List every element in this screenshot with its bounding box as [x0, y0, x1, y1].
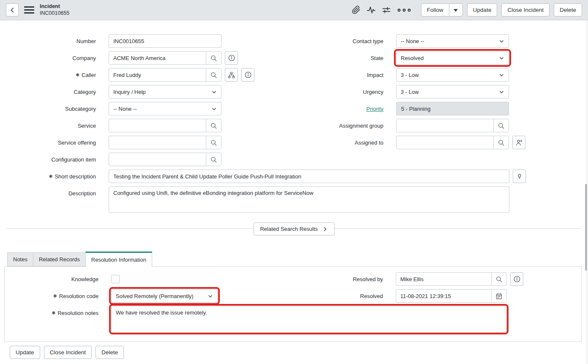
form-footer-buttons: Update Close Incident Delete — [10, 346, 588, 359]
chevron-down-icon — [499, 72, 504, 78]
attachment-button[interactable] — [349, 4, 364, 16]
configuration-item-lookup-button[interactable] — [206, 153, 221, 166]
resolved-by-lookup-button[interactable] — [491, 273, 506, 285]
short-description-row: ✱Short description — [0, 170, 588, 183]
assignment-group-input[interactable] — [397, 119, 493, 132]
assigned-to-label: Assigned to — [294, 140, 383, 146]
tab-resolution-information[interactable]: Resolution Information — [85, 252, 152, 267]
more-options-button[interactable] — [394, 5, 414, 15]
chevron-left-icon — [9, 7, 16, 14]
suggestion-button[interactable] — [513, 170, 526, 183]
info-icon — [513, 275, 521, 283]
subcategory-select[interactable]: -- None -- — [109, 102, 222, 115]
chevron-down-icon — [499, 89, 504, 95]
service-offering-lookup-button[interactable] — [206, 136, 221, 149]
caller-label: ✱Caller — [0, 72, 96, 78]
resolved-by-input[interactable] — [396, 273, 491, 285]
tab-related-records[interactable]: Related Records — [33, 252, 86, 266]
tab-notes[interactable]: Notes — [7, 252, 33, 266]
follow-dropdown-button[interactable] — [449, 3, 463, 16]
resolution-code-select[interactable]: Solved Remotely (Permanently) — [111, 289, 218, 303]
urgency-label: Urgency — [294, 89, 383, 95]
update-button-footer[interactable]: Update — [10, 346, 40, 359]
impact-select[interactable]: 3 - Low — [396, 68, 509, 82]
company-lookup-button[interactable] — [206, 52, 221, 64]
resolved-input[interactable] — [396, 290, 491, 302]
resolution-notes-row: ✱Resolution notes We have resolved the i… — [5, 306, 581, 332]
follow-button[interactable]: Follow — [421, 3, 449, 16]
resolved-date-picker-button[interactable] — [491, 290, 506, 302]
knowledge-label: Knowledge — [5, 276, 98, 282]
assign-to-me-button[interactable] — [512, 136, 525, 149]
caller-lookup-button[interactable] — [206, 68, 221, 81]
configuration-item-field — [109, 153, 222, 166]
caller-preview-button[interactable] — [241, 68, 254, 82]
service-input[interactable] — [109, 119, 206, 132]
company-field — [109, 51, 222, 65]
record-type: Incident — [40, 3, 69, 10]
search-icon — [210, 122, 217, 129]
assigned-to-input[interactable] — [397, 136, 493, 149]
servicenow-incident-form: Incident INC0010655 Follow Update Close … — [0, 0, 588, 364]
number-input[interactable] — [109, 34, 222, 48]
related-search-results-button[interactable]: Related Search Results — [253, 222, 335, 235]
urgency-select[interactable]: 3 - Low — [396, 85, 509, 99]
context-menu-icon[interactable] — [24, 5, 34, 15]
company-input[interactable] — [109, 52, 206, 64]
caller-input[interactable] — [109, 68, 206, 81]
configuration-item-row: Configuration item — [0, 153, 294, 166]
company-preview-button[interactable] — [225, 51, 238, 65]
resolved-field — [396, 289, 507, 303]
assignment-group-field — [396, 119, 509, 132]
assignment-group-label: Assignment group — [294, 123, 383, 129]
contact-type-row: Contact type -- None -- — [294, 34, 588, 48]
number-row: Number — [0, 34, 294, 48]
delete-button-header[interactable]: Delete — [554, 3, 582, 16]
state-select[interactable]: Resolved — [396, 51, 509, 65]
priority-row: Priority 5 - Planning — [294, 102, 588, 115]
assignment-group-lookup-button[interactable] — [493, 119, 509, 132]
person-add-icon — [515, 139, 523, 146]
tab-strip: Notes Related Records Resolution Informa… — [4, 252, 582, 266]
configuration-item-input[interactable] — [109, 153, 206, 166]
short-description-input[interactable] — [109, 170, 509, 183]
chevron-down-icon — [499, 55, 504, 61]
service-offering-input[interactable] — [109, 136, 206, 149]
subcategory-row: Subcategory -- None -- — [0, 102, 294, 115]
required-icon: ✱ — [49, 174, 52, 179]
contact-type-label: Contact type — [294, 38, 383, 44]
activity-waveform-icon — [366, 5, 376, 15]
category-row: Category Inquiry / Help — [0, 85, 294, 99]
close-incident-button-header[interactable]: Close Incident — [501, 3, 550, 16]
update-button-header[interactable]: Update — [467, 3, 498, 16]
service-field — [109, 119, 222, 132]
close-incident-button-footer[interactable]: Close Incident — [44, 346, 92, 359]
required-icon: ✱ — [52, 311, 55, 315]
lightbulb-icon — [516, 172, 523, 180]
resolution-notes-label: ✱Resolution notes — [5, 306, 98, 320]
org-chart-icon — [228, 71, 235, 79]
personalize-form-button[interactable] — [379, 4, 394, 16]
service-offering-label: Service offering — [0, 140, 96, 146]
back-button[interactable] — [6, 3, 19, 16]
form-left-column: Number Company ✱Call — [0, 34, 294, 170]
assigned-to-lookup-button[interactable] — [493, 136, 509, 149]
delete-button-footer[interactable]: Delete — [96, 346, 124, 359]
service-lookup-button[interactable] — [206, 119, 221, 132]
urgency-row: Urgency 3 - Low — [294, 85, 588, 99]
resolution-notes-textarea[interactable]: We have resolved the issue remotely. — [111, 306, 506, 332]
scrollbar-thumb[interactable] — [585, 184, 587, 271]
description-textarea[interactable]: Configured using Unifi, the definitive e… — [109, 186, 509, 213]
info-icon — [244, 71, 252, 79]
resolution-left-column: Knowledge ✱Resolution code Solved Remote… — [5, 272, 296, 306]
knowledge-checkbox[interactable] — [111, 275, 120, 283]
resolved-by-preview-button[interactable] — [510, 272, 523, 286]
category-select[interactable]: Inquiry / Help — [109, 85, 222, 99]
required-icon: ✱ — [53, 294, 57, 298]
impact-row: Impact 3 - Low — [294, 68, 588, 82]
activity-stream-button[interactable] — [364, 4, 379, 16]
follow-split-button: Follow — [421, 3, 463, 16]
priority-link[interactable]: Priority — [366, 106, 383, 112]
caller-org-chart-button[interactable] — [225, 68, 238, 82]
contact-type-select[interactable]: -- None -- — [396, 34, 509, 48]
